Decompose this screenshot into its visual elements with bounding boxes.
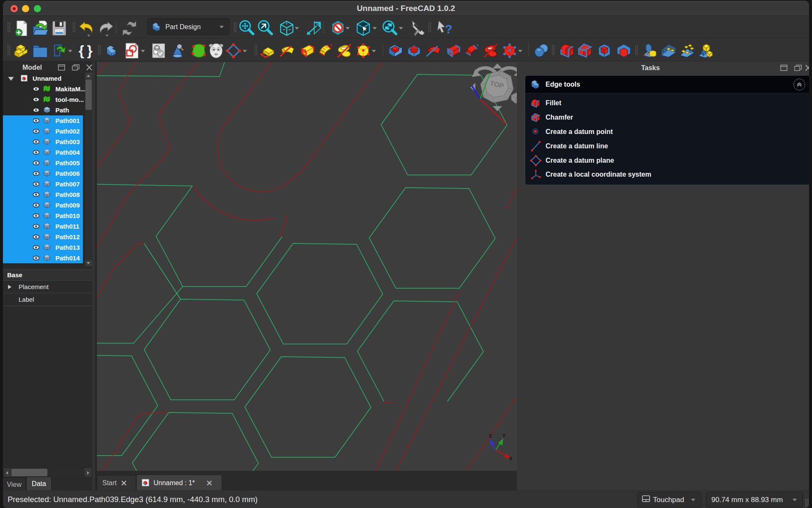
svg-text:Y: Y (502, 433, 506, 438)
svg-text:?: ? (445, 22, 453, 36)
svg-text:Z: Z (489, 433, 492, 438)
svg-text:X: X (509, 456, 513, 461)
svg-text:{ }: { } (79, 43, 93, 58)
